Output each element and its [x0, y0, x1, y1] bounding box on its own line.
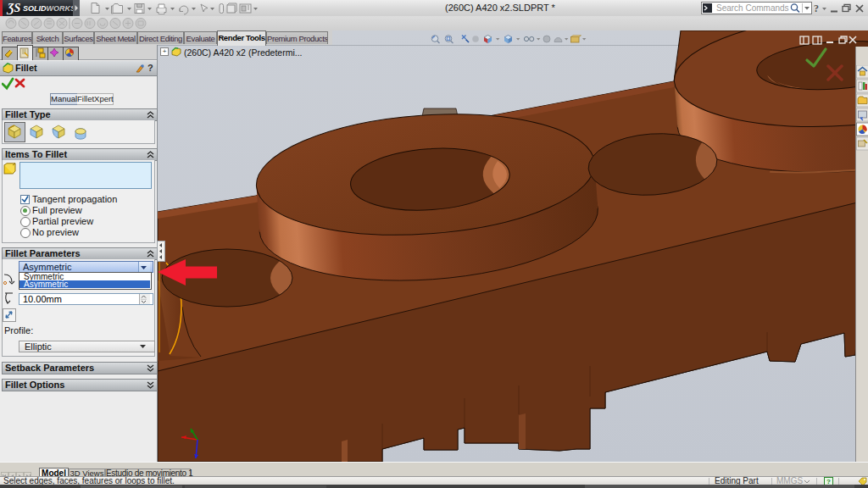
svg-text:?: ? — [814, 3, 819, 14]
svg-text:SOLIDWORKS: SOLIDWORKS — [23, 4, 73, 13]
svg-text:ƷS: ƷS — [6, 2, 21, 14]
